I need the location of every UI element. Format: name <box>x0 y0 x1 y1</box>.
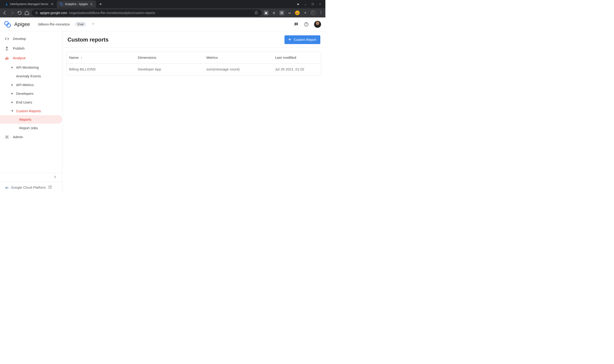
extension-icon[interactable]: H <box>280 11 284 15</box>
main: Custom reports Custom Report Name ↑ <box>63 31 325 193</box>
svg-rect-3 <box>36 13 38 14</box>
new-tab-button[interactable] <box>97 1 104 7</box>
sidebar-item-label: Custom Reports <box>16 109 41 113</box>
star-icon[interactable] <box>254 11 258 15</box>
column-header-last-modified[interactable]: Last modified <box>273 52 321 64</box>
url-host: apigee.google.com <box>40 11 67 15</box>
app: Apigee billions-fhir-monetize Eval Devel… <box>0 17 325 193</box>
cell-metrics: sum(message count) <box>204 64 273 75</box>
home-icon[interactable] <box>24 10 29 15</box>
column-header-name[interactable]: Name ↑ <box>67 52 135 64</box>
sidebar-item-anomaly-events[interactable]: ▸ Anomaly Events <box>0 72 62 80</box>
sidebar-item-label: Develop <box>13 37 26 41</box>
extension-icons: ◉ ◔ H ▭ 🍪 ✦ <box>264 10 323 15</box>
browser-tab-analytics[interactable]: Analytics - Apigee <box>57 0 96 8</box>
collapse-sidebar-icon[interactable] <box>53 175 58 180</box>
svg-point-1 <box>61 4 63 6</box>
column-header-metrics[interactable]: Metrics <box>204 52 273 64</box>
chevron-down-icon: ▾ <box>12 109 14 113</box>
app-header: Apigee billions-fhir-monetize Eval <box>0 17 325 31</box>
sidebar-item-api-metrics[interactable]: ▸ API Metrics <box>0 80 62 89</box>
tab-favicon-icon: ▮ <box>5 2 8 6</box>
sidebar-item-custom-reports[interactable]: ▾ Custom Reports <box>0 106 62 115</box>
sidebar-item-reports[interactable]: Reports <box>0 115 62 124</box>
sort-ascending-icon: ↑ <box>80 55 82 59</box>
svg-rect-10 <box>296 24 296 25</box>
org-dropdown-icon[interactable] <box>92 22 95 26</box>
tab-bar: ▮ InterSystems Managed Servic Analytics … <box>0 0 325 8</box>
create-custom-report-button[interactable]: Custom Report <box>284 35 320 44</box>
extension-icon[interactable]: 🍪 <box>295 11 300 15</box>
browser-toolbar: apigee.google.com/organizations/billions… <box>0 8 325 17</box>
cell-last-modified: Jul 29 2021, 01:02 <box>273 64 321 75</box>
svg-point-18 <box>7 187 8 188</box>
sidebar-item-developers[interactable]: ▸ Developers <box>0 89 62 98</box>
user-avatar-icon[interactable] <box>314 21 321 28</box>
chevron-right-icon: ▸ <box>12 83 14 87</box>
svg-point-4 <box>321 11 321 12</box>
maximize-icon[interactable] <box>311 2 314 6</box>
extension-icon[interactable]: ▭ <box>287 11 292 15</box>
status-dot-icon: ● <box>296 2 300 6</box>
profile-avatar-icon[interactable] <box>311 10 316 15</box>
sidebar-item-label: Admin <box>13 135 23 139</box>
close-window-icon[interactable] <box>319 2 322 6</box>
table-row[interactable]: Billing BILLIONS Developer App sum(messa… <box>67 64 321 75</box>
svg-point-19 <box>6 187 7 188</box>
back-icon[interactable] <box>2 10 7 15</box>
org-name: billions-fhir-monetize <box>38 22 70 26</box>
sidebar-item-label: Developers <box>16 91 34 95</box>
svg-rect-2 <box>312 3 314 5</box>
sidebar-item-label: API Metrics <box>16 83 34 87</box>
gear-icon <box>5 135 9 139</box>
chevron-right-icon: ▸ <box>12 100 14 104</box>
tab-favicon-icon <box>59 2 63 6</box>
sidebar-item-report-jobs[interactable]: Report Jobs <box>0 124 62 132</box>
window-controls: ● <box>296 2 323 6</box>
sidebar-item-label: API Monitoring <box>16 65 39 69</box>
extensions-menu-icon[interactable]: ✦ <box>303 11 307 15</box>
svg-point-5 <box>321 12 321 13</box>
browser-tab-intersystems[interactable]: ▮ InterSystems Managed Servic <box>2 0 57 8</box>
tab-title: InterSystems Managed Servic <box>10 2 48 6</box>
close-icon[interactable] <box>50 2 54 6</box>
svg-point-17 <box>6 187 6 188</box>
browser-chrome: ▮ InterSystems Managed Servic Analytics … <box>0 0 325 17</box>
button-label: Custom Report <box>294 38 316 41</box>
cell-dimensions: Developer App <box>135 64 204 75</box>
publish-icon <box>5 46 9 51</box>
close-icon[interactable] <box>90 2 93 6</box>
sidebar-item-analyze[interactable]: Analyze <box>0 53 62 63</box>
minimize-icon[interactable] <box>304 2 307 6</box>
svg-rect-15 <box>8 58 8 60</box>
sidebar-item-end-users[interactable]: ▸ End Users <box>0 98 62 106</box>
sidebar-item-publish[interactable]: Publish <box>0 44 62 53</box>
cell-name: Billing BILLIONS <box>67 64 135 75</box>
sidebar-item-label: Analyze <box>13 56 26 60</box>
sidebar-item-label: Publish <box>13 46 25 51</box>
reload-icon[interactable] <box>17 10 22 15</box>
chevron-right-icon: ▸ <box>12 91 14 95</box>
help-icon[interactable] <box>304 22 309 27</box>
browser-menu-icon[interactable] <box>319 10 323 15</box>
app-name: Apigee <box>14 21 30 27</box>
plus-icon <box>288 38 292 42</box>
extension-icon[interactable]: ◉ <box>264 11 268 15</box>
gcp-link[interactable]: Google Cloud Platform <box>0 182 62 193</box>
apigee-logo-icon <box>4 21 11 28</box>
gcp-link-label: Google Cloud Platform <box>11 185 46 189</box>
sidebar-item-label: Reports <box>19 117 31 121</box>
column-header-dimensions[interactable]: Dimensions <box>135 52 204 64</box>
sidebar: Develop Publish Analyze ▸ API Monitoring… <box>0 31 63 193</box>
forward-icon[interactable] <box>10 10 15 15</box>
sidebar-item-label: End Users <box>16 100 32 104</box>
eval-badge: Eval <box>75 22 86 27</box>
external-link-icon <box>48 185 52 190</box>
sidebar-item-admin[interactable]: Admin <box>0 132 62 142</box>
extension-icon[interactable]: ◔ <box>272 11 276 15</box>
feedback-icon[interactable] <box>294 22 299 27</box>
sidebar-item-develop[interactable]: Develop <box>0 34 62 44</box>
sidebar-item-api-monitoring[interactable]: ▸ API Monitoring <box>0 63 62 72</box>
address-bar[interactable]: apigee.google.com/organizations/billions… <box>32 9 262 16</box>
chevron-right-icon: ▸ <box>12 65 14 69</box>
